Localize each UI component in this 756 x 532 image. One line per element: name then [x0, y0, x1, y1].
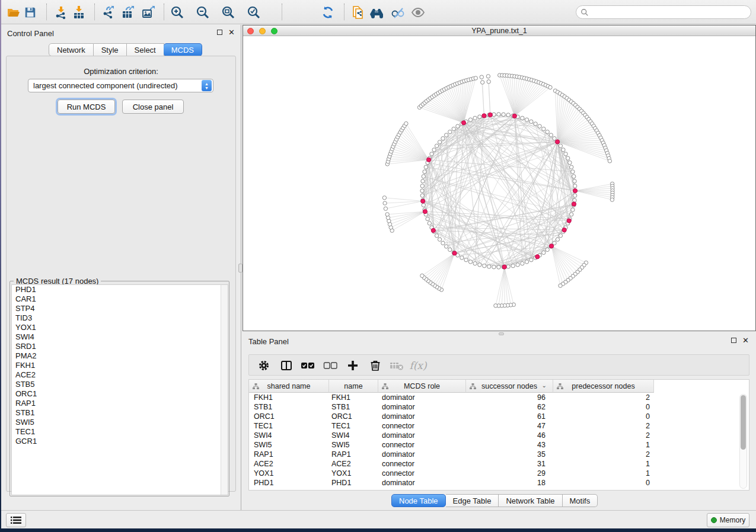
table-header: shared name name MCDS role successor nod…: [249, 380, 736, 393]
table-cell: dominator: [382, 402, 464, 412]
tab-node-table[interactable]: Node Table: [391, 494, 446, 507]
list-item[interactable]: ACE2: [12, 370, 228, 380]
column-header-predecessor-nodes[interactable]: predecessor nodes: [553, 380, 654, 393]
task-history-button[interactable]: [6, 513, 26, 527]
hide-glasses-icon[interactable]: [390, 5, 406, 20]
open-folder-icon[interactable]: [6, 5, 21, 20]
list-item[interactable]: TID3: [12, 313, 228, 323]
optimization-criterion-select[interactable]: largest connected component (undirected)…: [28, 79, 213, 92]
close-panel-icon[interactable]: ✕: [228, 30, 235, 35]
list-item[interactable]: SRD1: [12, 342, 228, 351]
save-icon[interactable]: [23, 5, 38, 20]
table-row[interactable]: RAP1RAP1dominator352: [249, 450, 736, 459]
splitter-handle[interactable]: [499, 332, 504, 335]
list-item[interactable]: STB1: [12, 408, 228, 418]
tab-mcds[interactable]: MCDS: [164, 43, 202, 56]
tab-network[interactable]: Network: [49, 43, 94, 56]
list-item[interactable]: STB5: [12, 380, 228, 389]
table-cell: 61: [466, 412, 546, 421]
clone-network-icon[interactable]: [350, 5, 365, 20]
table-row[interactable]: ACE2ACE2connector311: [249, 459, 736, 469]
scrollbar-thumb[interactable]: [741, 395, 746, 450]
tab-edge-table[interactable]: Edge Table: [446, 494, 499, 507]
list-item[interactable]: PMA2: [12, 351, 228, 361]
table-panel: Table Panel ✕: [242, 332, 756, 510]
list-item[interactable]: SWI4: [12, 332, 228, 342]
columns-icon[interactable]: [279, 358, 294, 373]
table-cell: 46: [466, 431, 546, 440]
column-header-successor-nodes[interactable]: successor nodes ⌄: [466, 380, 553, 393]
tree-icon: [470, 383, 476, 389]
table-row[interactable]: ORC1ORC1dominator610: [249, 412, 736, 421]
zoom-fit-icon[interactable]: [221, 5, 236, 20]
gear-icon[interactable]: [256, 358, 272, 373]
export-table-icon[interactable]: [120, 5, 136, 20]
tab-style[interactable]: Style: [94, 43, 127, 56]
mcds-result-group: MCDS result (17 nodes) PHD1CAR1STP4TID3Y…: [9, 281, 229, 496]
table-row[interactable]: SWI5SWI5connector431: [249, 440, 736, 450]
function-fx-icon[interactable]: f(x): [410, 358, 426, 373]
tab-select[interactable]: Select: [127, 43, 164, 56]
list-item[interactable]: YOX1: [12, 323, 228, 332]
table-row[interactable]: SWI4SWI4dominator462: [249, 431, 736, 440]
control-panel-tabs: Network Style Select MCDS: [49, 43, 202, 56]
zoom-in-icon[interactable]: [170, 5, 185, 20]
tree-icon: [382, 383, 388, 389]
search-input[interactable]: [591, 7, 751, 18]
table-row[interactable]: YOX1YOX1connector291: [249, 469, 736, 478]
table-row[interactable]: STB1STB1dominator620: [249, 402, 736, 412]
zoom-out-icon[interactable]: [195, 5, 210, 20]
table-cell: dominator: [382, 450, 464, 459]
search-network-icon[interactable]: [369, 5, 384, 20]
import-table-icon[interactable]: [71, 5, 87, 20]
float-panel-icon[interactable]: [731, 338, 736, 343]
tab-motifs[interactable]: Motifs: [563, 494, 598, 507]
float-panel-icon[interactable]: [217, 30, 222, 35]
add-column-icon[interactable]: [345, 358, 361, 373]
network-window-titlebar[interactable]: YPA_prune.txt_1: [243, 25, 755, 36]
memory-button[interactable]: Memory: [707, 513, 749, 527]
list-item[interactable]: STP4: [12, 304, 228, 313]
list-item[interactable]: CAR1: [12, 294, 228, 304]
table-row[interactable]: PHD1PHD1dominator180: [249, 478, 736, 488]
zoom-selected-icon[interactable]: [246, 5, 261, 20]
table-scrollbar[interactable]: [739, 394, 747, 489]
close-panel-icon[interactable]: ✕: [742, 338, 749, 343]
splitter-handle[interactable]: [238, 264, 243, 273]
column-header-name[interactable]: name: [329, 380, 378, 393]
list-item[interactable]: GCR1: [12, 437, 228, 446]
export-image-icon[interactable]: [141, 5, 156, 20]
node-table: shared name name MCDS role successor nod…: [248, 379, 749, 491]
network-canvas[interactable]: [243, 37, 755, 331]
show-eye-icon[interactable]: [410, 5, 426, 20]
list-icon: [11, 516, 21, 524]
close-panel-button[interactable]: Close panel: [122, 100, 184, 114]
table-cell: PHD1: [331, 478, 376, 488]
list-item[interactable]: ORC1: [12, 389, 228, 399]
list-item[interactable]: TEC1: [12, 427, 228, 437]
mcds-list-scrollbar[interactable]: [221, 285, 228, 495]
select-all-icon[interactable]: [300, 358, 315, 373]
export-network-icon[interactable]: [101, 5, 116, 20]
delete-table-icon[interactable]: [389, 358, 404, 373]
list-item[interactable]: FKH1: [12, 361, 228, 370]
table-cell: 1: [553, 440, 650, 450]
run-mcds-button[interactable]: Run MCDS: [58, 100, 115, 114]
delete-column-icon[interactable]: [368, 358, 383, 373]
table-cell: SWI5: [331, 440, 376, 450]
table-row[interactable]: TEC1TEC1connector472: [249, 421, 736, 431]
list-item[interactable]: RAP1: [12, 399, 228, 408]
table-cell: SWI4: [254, 431, 325, 440]
import-network-icon[interactable]: [53, 5, 69, 20]
status-bar: Memory: [1, 510, 756, 528]
column-header-shared-name[interactable]: shared name: [249, 380, 329, 393]
search-field[interactable]: [576, 5, 751, 19]
deselect-all-icon[interactable]: [323, 358, 338, 373]
refresh-icon[interactable]: [320, 5, 336, 20]
list-item[interactable]: PHD1: [12, 285, 228, 294]
tab-network-table[interactable]: Network Table: [499, 494, 562, 507]
column-header-mcds-role[interactable]: MCDS role: [378, 380, 466, 393]
table-row[interactable]: FKH1FKH1dominator962: [249, 393, 736, 402]
list-item[interactable]: SWI5: [12, 418, 228, 427]
mcds-tab-pane: Optimization criterion: largest connecte…: [6, 56, 236, 492]
